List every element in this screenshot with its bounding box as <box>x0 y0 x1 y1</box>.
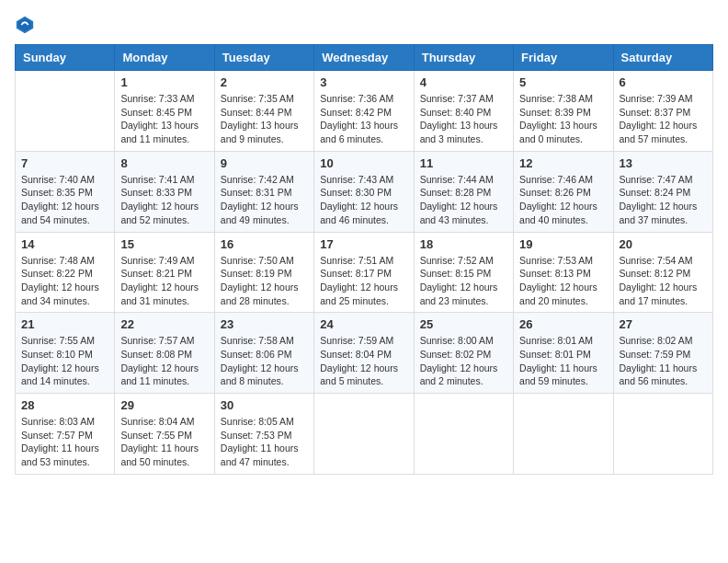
day-cell: 3 Sunrise: 7:36 AM Sunset: 8:42 PM Dayli… <box>314 71 414 152</box>
day-info: Sunrise: 7:39 AM Sunset: 8:37 PM Dayligh… <box>620 92 707 146</box>
day-number: 21 <box>21 317 108 331</box>
day-info: Sunrise: 7:49 AM Sunset: 8:21 PM Dayligh… <box>120 254 208 308</box>
day-info: Sunrise: 7:57 AM Sunset: 8:08 PM Dayligh… <box>120 334 208 388</box>
day-number: 1 <box>120 75 208 89</box>
page-header <box>15 15 713 35</box>
day-cell: 26 Sunrise: 8:01 AM Sunset: 8:01 PM Dayl… <box>514 313 613 394</box>
weekday-header-row: SundayMondayTuesdayWednesdayThursdayFrid… <box>16 45 713 71</box>
day-cell: 14 Sunrise: 7:48 AM Sunset: 8:22 PM Dayl… <box>16 232 115 313</box>
weekday-header-friday: Friday <box>514 45 613 71</box>
logo <box>15 15 39 35</box>
week-row-3: 14 Sunrise: 7:48 AM Sunset: 8:22 PM Dayl… <box>16 232 713 313</box>
day-cell: 9 Sunrise: 7:42 AM Sunset: 8:31 PM Dayli… <box>214 151 313 232</box>
day-info: Sunrise: 7:46 AM Sunset: 8:26 PM Dayligh… <box>519 173 607 227</box>
day-info: Sunrise: 7:44 AM Sunset: 8:28 PM Dayligh… <box>420 173 507 227</box>
day-cell: 21 Sunrise: 7:55 AM Sunset: 8:10 PM Dayl… <box>16 313 115 394</box>
day-info: Sunrise: 7:36 AM Sunset: 8:42 PM Dayligh… <box>320 92 407 146</box>
day-number: 15 <box>120 237 208 251</box>
day-number: 29 <box>120 398 208 412</box>
day-info: Sunrise: 8:03 AM Sunset: 7:57 PM Dayligh… <box>21 415 108 469</box>
day-cell: 5 Sunrise: 7:38 AM Sunset: 8:39 PM Dayli… <box>514 71 613 152</box>
day-number: 19 <box>519 237 607 251</box>
day-number: 25 <box>420 317 507 331</box>
day-cell: 17 Sunrise: 7:51 AM Sunset: 8:17 PM Dayl… <box>314 232 414 313</box>
day-info: Sunrise: 7:55 AM Sunset: 8:10 PM Dayligh… <box>21 334 108 388</box>
day-number: 9 <box>221 156 308 170</box>
week-row-1: 1 Sunrise: 7:33 AM Sunset: 8:45 PM Dayli… <box>16 71 713 152</box>
day-number: 13 <box>620 156 707 170</box>
day-info: Sunrise: 7:42 AM Sunset: 8:31 PM Dayligh… <box>221 173 308 227</box>
day-info: Sunrise: 7:33 AM Sunset: 8:45 PM Dayligh… <box>120 92 208 146</box>
day-number: 26 <box>519 317 607 331</box>
day-info: Sunrise: 7:38 AM Sunset: 8:39 PM Dayligh… <box>519 92 607 146</box>
day-cell: 8 Sunrise: 7:41 AM Sunset: 8:33 PM Dayli… <box>115 151 214 232</box>
day-cell: 27 Sunrise: 8:02 AM Sunset: 7:59 PM Dayl… <box>613 313 712 394</box>
day-cell: 11 Sunrise: 7:44 AM Sunset: 8:28 PM Dayl… <box>414 151 513 232</box>
day-cell: 10 Sunrise: 7:43 AM Sunset: 8:30 PM Dayl… <box>314 151 414 232</box>
day-info: Sunrise: 7:50 AM Sunset: 8:19 PM Dayligh… <box>221 254 308 308</box>
day-info: Sunrise: 7:37 AM Sunset: 8:40 PM Dayligh… <box>420 92 507 146</box>
day-cell: 12 Sunrise: 7:46 AM Sunset: 8:26 PM Dayl… <box>514 151 613 232</box>
calendar-table: SundayMondayTuesdayWednesdayThursdayFrid… <box>15 44 713 475</box>
day-number: 18 <box>420 237 507 251</box>
day-number: 22 <box>120 317 208 331</box>
day-cell <box>414 394 513 475</box>
weekday-header-sunday: Sunday <box>16 45 115 71</box>
day-cell: 6 Sunrise: 7:39 AM Sunset: 8:37 PM Dayli… <box>613 71 712 152</box>
day-info: Sunrise: 8:05 AM Sunset: 7:53 PM Dayligh… <box>221 415 308 469</box>
weekday-header-saturday: Saturday <box>613 45 712 71</box>
day-cell <box>514 394 613 475</box>
day-number: 7 <box>21 156 108 170</box>
day-cell: 2 Sunrise: 7:35 AM Sunset: 8:44 PM Dayli… <box>214 71 313 152</box>
day-number: 12 <box>519 156 607 170</box>
day-cell <box>314 394 414 475</box>
day-cell: 19 Sunrise: 7:53 AM Sunset: 8:13 PM Dayl… <box>514 232 613 313</box>
day-info: Sunrise: 7:35 AM Sunset: 8:44 PM Dayligh… <box>221 92 308 146</box>
day-cell: 7 Sunrise: 7:40 AM Sunset: 8:35 PM Dayli… <box>16 151 115 232</box>
day-number: 3 <box>320 75 407 89</box>
logo-icon <box>15 15 35 35</box>
day-number: 10 <box>320 156 407 170</box>
day-number: 8 <box>120 156 208 170</box>
day-cell: 24 Sunrise: 7:59 AM Sunset: 8:04 PM Dayl… <box>314 313 414 394</box>
weekday-header-wednesday: Wednesday <box>314 45 414 71</box>
day-cell <box>613 394 712 475</box>
day-info: Sunrise: 8:00 AM Sunset: 8:02 PM Dayligh… <box>420 334 507 388</box>
day-cell: 22 Sunrise: 7:57 AM Sunset: 8:08 PM Dayl… <box>115 313 214 394</box>
day-cell: 25 Sunrise: 8:00 AM Sunset: 8:02 PM Dayl… <box>414 313 513 394</box>
day-cell: 28 Sunrise: 8:03 AM Sunset: 7:57 PM Dayl… <box>16 394 115 475</box>
day-cell: 23 Sunrise: 7:58 AM Sunset: 8:06 PM Dayl… <box>214 313 313 394</box>
day-number: 6 <box>620 75 707 89</box>
day-cell: 15 Sunrise: 7:49 AM Sunset: 8:21 PM Dayl… <box>115 232 214 313</box>
day-number: 14 <box>21 237 108 251</box>
day-info: Sunrise: 7:58 AM Sunset: 8:06 PM Dayligh… <box>221 334 308 388</box>
day-info: Sunrise: 7:54 AM Sunset: 8:12 PM Dayligh… <box>620 254 707 308</box>
day-number: 4 <box>420 75 507 89</box>
day-number: 5 <box>519 75 607 89</box>
day-cell: 29 Sunrise: 8:04 AM Sunset: 7:55 PM Dayl… <box>115 394 214 475</box>
day-number: 30 <box>221 398 308 412</box>
weekday-header-thursday: Thursday <box>414 45 513 71</box>
day-number: 20 <box>620 237 707 251</box>
day-cell: 20 Sunrise: 7:54 AM Sunset: 8:12 PM Dayl… <box>613 232 712 313</box>
week-row-2: 7 Sunrise: 7:40 AM Sunset: 8:35 PM Dayli… <box>16 151 713 232</box>
day-number: 28 <box>21 398 108 412</box>
day-cell: 16 Sunrise: 7:50 AM Sunset: 8:19 PM Dayl… <box>214 232 313 313</box>
day-number: 23 <box>221 317 308 331</box>
day-cell: 13 Sunrise: 7:47 AM Sunset: 8:24 PM Dayl… <box>613 151 712 232</box>
day-info: Sunrise: 8:04 AM Sunset: 7:55 PM Dayligh… <box>120 415 208 469</box>
day-info: Sunrise: 7:51 AM Sunset: 8:17 PM Dayligh… <box>320 254 407 308</box>
day-info: Sunrise: 7:53 AM Sunset: 8:13 PM Dayligh… <box>519 254 607 308</box>
day-info: Sunrise: 8:01 AM Sunset: 8:01 PM Dayligh… <box>519 334 607 388</box>
day-cell: 18 Sunrise: 7:52 AM Sunset: 8:15 PM Dayl… <box>414 232 513 313</box>
day-info: Sunrise: 7:48 AM Sunset: 8:22 PM Dayligh… <box>21 254 108 308</box>
day-number: 24 <box>320 317 407 331</box>
weekday-header-monday: Monday <box>115 45 214 71</box>
day-number: 11 <box>420 156 507 170</box>
day-info: Sunrise: 7:59 AM Sunset: 8:04 PM Dayligh… <box>320 334 407 388</box>
day-info: Sunrise: 8:02 AM Sunset: 7:59 PM Dayligh… <box>620 334 707 388</box>
day-number: 16 <box>221 237 308 251</box>
day-info: Sunrise: 7:41 AM Sunset: 8:33 PM Dayligh… <box>120 173 208 227</box>
day-number: 27 <box>620 317 707 331</box>
week-row-5: 28 Sunrise: 8:03 AM Sunset: 7:57 PM Dayl… <box>16 394 713 475</box>
